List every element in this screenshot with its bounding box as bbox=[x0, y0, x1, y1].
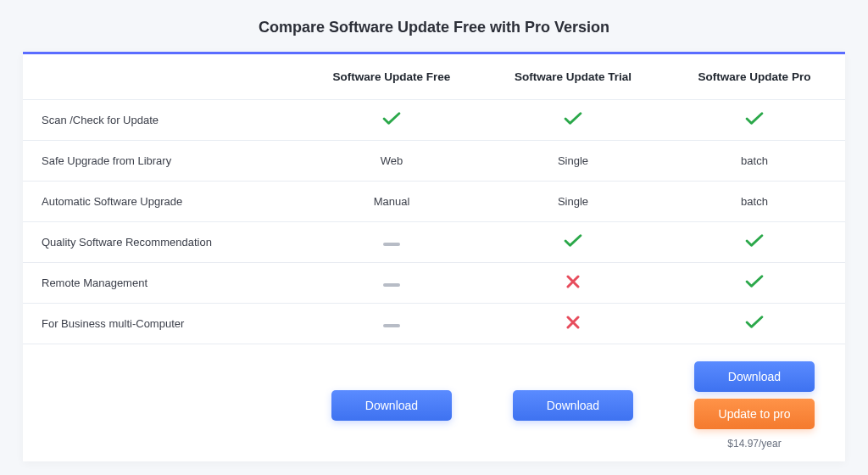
table-row: For Business multi-Computer bbox=[23, 304, 845, 344]
cell-text: Manual bbox=[374, 195, 410, 208]
column-header-pro: Software Update Pro bbox=[664, 70, 845, 83]
cell-pro bbox=[664, 234, 845, 250]
cell-pro: batch bbox=[664, 195, 845, 208]
cross-icon bbox=[566, 278, 580, 291]
check-icon bbox=[382, 115, 401, 128]
cell-free bbox=[301, 277, 482, 289]
feature-label: Scan /Check for Update bbox=[23, 114, 301, 126]
comparison-table: Software Update Free Software Update Tri… bbox=[23, 52, 845, 461]
footer-trial: Download bbox=[482, 385, 664, 426]
download-button-pro[interactable]: Download bbox=[694, 361, 815, 392]
table-footer-row: Download Download Download Update to pro… bbox=[23, 344, 845, 461]
column-header-trial: Software Update Trial bbox=[482, 70, 664, 83]
cell-free: Web bbox=[301, 154, 482, 167]
cell-free bbox=[301, 236, 482, 249]
download-button-trial[interactable]: Download bbox=[513, 390, 633, 421]
feature-label: Automatic Software Upgrade bbox=[23, 195, 301, 208]
cell-pro bbox=[664, 112, 845, 128]
dash-icon bbox=[383, 324, 400, 327]
download-button-free[interactable]: Download bbox=[331, 390, 452, 421]
feature-label: Safe Upgrade from Library bbox=[23, 154, 301, 167]
cell-text: batch bbox=[741, 195, 768, 208]
check-icon bbox=[745, 319, 764, 332]
cell-pro: batch bbox=[664, 154, 845, 167]
page-title: Compare Software Update Free with Pro Ve… bbox=[0, 0, 868, 52]
table-row: Automatic Software UpgradeManualSingleba… bbox=[23, 182, 845, 222]
cell-text: batch bbox=[741, 154, 768, 167]
cell-pro bbox=[664, 316, 845, 332]
check-icon bbox=[745, 115, 764, 128]
table-header-row: Software Update Free Software Update Tri… bbox=[23, 54, 845, 100]
column-header-free: Software Update Free bbox=[301, 70, 482, 83]
cell-text: Web bbox=[381, 154, 403, 167]
check-icon bbox=[745, 238, 764, 250]
dash-icon bbox=[383, 283, 400, 287]
footer-pro: Download Update to pro $14.97/year bbox=[664, 356, 845, 455]
dash-icon bbox=[383, 243, 400, 246]
table-row: Quality Software Recommendation bbox=[23, 222, 845, 263]
cell-trial: Single bbox=[482, 154, 664, 167]
check-icon bbox=[564, 115, 582, 128]
cell-trial bbox=[482, 316, 664, 332]
cell-pro bbox=[664, 275, 845, 291]
cell-text: Single bbox=[558, 195, 588, 208]
feature-label: Remote Management bbox=[23, 277, 301, 289]
cell-free: Manual bbox=[301, 195, 482, 208]
cell-text: Single bbox=[558, 154, 588, 167]
cell-free bbox=[301, 112, 482, 128]
check-icon bbox=[564, 238, 582, 250]
cell-trial bbox=[482, 112, 664, 128]
table-row: Safe Upgrade from LibraryWebSinglebatch bbox=[23, 141, 845, 182]
upgrade-button-pro[interactable]: Update to pro bbox=[694, 399, 815, 429]
check-icon bbox=[745, 278, 764, 291]
feature-label: For Business multi-Computer bbox=[23, 317, 301, 330]
cell-free bbox=[301, 317, 482, 330]
cell-trial bbox=[482, 275, 664, 291]
cell-trial: Single bbox=[482, 195, 664, 208]
table-row: Scan /Check for Update bbox=[23, 100, 845, 141]
cross-icon bbox=[566, 319, 580, 332]
footer-free: Download bbox=[301, 385, 482, 426]
price-note-pro: $14.97/year bbox=[727, 438, 781, 450]
cell-trial bbox=[482, 234, 664, 250]
table-row: Remote Management bbox=[23, 263, 845, 304]
feature-label: Quality Software Recommendation bbox=[23, 236, 301, 249]
